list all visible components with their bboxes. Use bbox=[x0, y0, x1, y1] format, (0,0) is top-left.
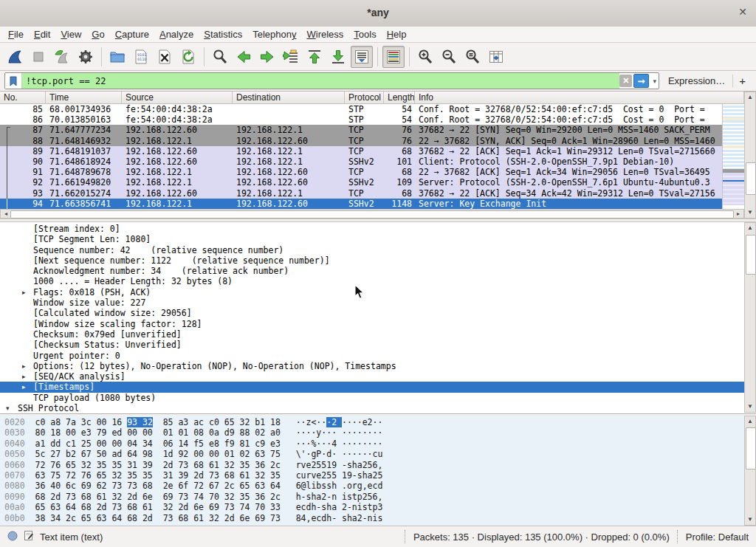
menu-go[interactable]: Go bbox=[86, 29, 109, 40]
go-to-bottom-button[interactable] bbox=[327, 46, 349, 68]
expander-closed-icon[interactable]: ▸ bbox=[22, 382, 26, 392]
display-filter-input[interactable]: !tcp.port == 22 ✕ ➞ ▾ bbox=[4, 72, 659, 89]
capture-comment-icon[interactable] bbox=[24, 530, 34, 543]
resize-columns-button[interactable] bbox=[485, 46, 507, 68]
filter-history-caret-icon[interactable]: ▾ bbox=[650, 78, 659, 85]
hex-row-00b0[interactable]: 00b0 38 34 2c 65 63 64 68 2d 73 68 61 32… bbox=[0, 513, 744, 523]
menu-wireless[interactable]: Wireless bbox=[302, 29, 349, 40]
detail-line[interactable]: Acknowledgment number: 34 (relative ack … bbox=[0, 266, 744, 276]
packet-row-86[interactable]: 8670.013850163fe:54:00:d4:38:2aSTP54Conf… bbox=[0, 114, 722, 125]
expander-closed-icon[interactable]: ▸ bbox=[22, 361, 26, 371]
add-filter-button[interactable]: + bbox=[732, 75, 752, 87]
apply-filter-icon[interactable]: ➞ bbox=[633, 74, 649, 88]
reload-file-button[interactable] bbox=[177, 46, 199, 68]
expression-button[interactable]: Expression… bbox=[659, 75, 732, 86]
detail-line[interactable]: Window size value: 227 bbox=[0, 297, 744, 308]
detail-line[interactable]: [Checksum Status: Unverified] bbox=[0, 340, 744, 350]
clear-filter-icon[interactable]: ✕ bbox=[619, 75, 632, 87]
hex-row-0080[interactable]: 0080 36 40 6c 69 62 73 73 68 2e 6f 72 67… bbox=[0, 481, 744, 491]
hex-row-0090[interactable]: 0090 68 2d 73 68 61 32 2d 6e 69 73 74 70… bbox=[0, 492, 744, 502]
expander-closed-icon[interactable]: ▸ bbox=[22, 371, 26, 382]
hex-row-0040[interactable]: 0040 a1 dd c1 25 00 00 04 34 06 14 f5 e8… bbox=[0, 438, 744, 449]
stop-capture-button[interactable] bbox=[27, 46, 49, 68]
filter-value-area[interactable]: !tcp.port == 22 bbox=[22, 73, 619, 89]
menu-capture[interactable]: Capture bbox=[110, 29, 154, 40]
packet-row-89[interactable]: 8971.648191037192.168.122.60192.168.122.… bbox=[0, 146, 722, 156]
zoom-out-button[interactable] bbox=[438, 46, 460, 68]
column-header-protocol[interactable]: Protocol bbox=[345, 92, 384, 104]
detail-line[interactable]: [Window size scaling factor: 128] bbox=[0, 319, 744, 329]
save-file-button[interactable]: 01010110 bbox=[130, 46, 152, 68]
go-forward-button[interactable] bbox=[256, 46, 278, 68]
details-vscroll-thumb[interactable] bbox=[746, 235, 756, 275]
close-window-icon[interactable]: ✕ bbox=[738, 6, 747, 18]
packet-list-vscroll-thumb[interactable] bbox=[746, 162, 756, 195]
zoom-original-button[interactable] bbox=[461, 46, 484, 68]
detail-line[interactable]: Sequence number: 42 (relative sequence n… bbox=[0, 245, 744, 255]
column-header-length[interactable]: Length bbox=[384, 92, 415, 104]
filter-bookmark-icon[interactable] bbox=[5, 73, 22, 89]
column-header-source[interactable]: Source bbox=[122, 92, 233, 104]
packet-list-hscroll-thumb[interactable] bbox=[10, 210, 734, 219]
column-header-time[interactable]: Time bbox=[46, 92, 122, 104]
detail-line[interactable]: ▾SSH Protocol bbox=[0, 403, 744, 413]
bytes-vscroll-thumb[interactable] bbox=[746, 427, 756, 469]
bytes-vscrollbar[interactable]: ▲ ▼ bbox=[744, 416, 756, 526]
detail-line[interactable]: ▸[SEQ/ACK analysis] bbox=[0, 371, 744, 382]
close-file-button[interactable] bbox=[154, 46, 176, 68]
detail-line[interactable]: TCP payload (1080 bytes) bbox=[0, 393, 744, 403]
menu-telephony[interactable]: Telephony bbox=[247, 29, 301, 40]
menu-file[interactable]: File bbox=[3, 29, 29, 40]
packet-list-header[interactable]: No.TimeSourceDestinationProtocolLengthIn… bbox=[0, 92, 744, 104]
detail-line[interactable]: Urgent pointer: 0 bbox=[0, 351, 744, 361]
detail-line[interactable]: ▸Options: (12 bytes), No-Operation (NOP)… bbox=[0, 361, 744, 371]
details-vscrollbar[interactable]: ▲ ▼ bbox=[744, 222, 756, 413]
packet-row-94[interactable]: 9471.663856741192.168.122.1192.168.122.6… bbox=[0, 199, 722, 209]
column-header-no[interactable]: No. bbox=[0, 92, 46, 104]
packet-row-87[interactable]: 8771.647777234192.168.122.60192.168.122.… bbox=[0, 125, 722, 135]
column-header-destination[interactable]: Destination bbox=[233, 92, 345, 104]
detail-line[interactable]: ▸Flags: 0x018 (PSH, ACK) bbox=[0, 287, 744, 297]
hex-row-0060[interactable]: 0060 72 76 65 32 35 35 31 39 2d 73 68 61… bbox=[0, 460, 744, 470]
restart-capture-button[interactable] bbox=[51, 46, 73, 68]
column-header-info[interactable]: Info bbox=[415, 92, 744, 104]
expander-open-icon[interactable]: ▾ bbox=[6, 403, 10, 413]
go-to-top-button[interactable] bbox=[303, 46, 326, 68]
detail-line[interactable]: Checksum: 0x79ed [unverified] bbox=[0, 329, 744, 340]
menu-edit[interactable]: Edit bbox=[29, 29, 55, 40]
packet-row-93[interactable]: 9371.662015274192.168.122.60192.168.122.… bbox=[0, 188, 722, 199]
hex-row-0050[interactable]: 0050 5c 27 b2 67 50 ad 64 98 1d 92 00 00… bbox=[0, 449, 744, 459]
expert-info-icon[interactable] bbox=[7, 531, 18, 543]
packet-row-88[interactable]: 8871.648146932192.168.122.1192.168.122.6… bbox=[0, 136, 722, 146]
hex-row-0020[interactable]: 0020 c0 a8 7a 3c 00 16 93 32 85 a3 ac c0… bbox=[0, 417, 744, 427]
detail-line[interactable]: ▸[Timestamps] bbox=[0, 382, 744, 392]
packet-row-92[interactable]: 9271.661949820192.168.122.1192.168.122.6… bbox=[0, 177, 722, 188]
detail-line[interactable]: 1000 .... = Header Length: 32 bytes (8) bbox=[0, 276, 744, 286]
packet-row-85[interactable]: 8568.001734936fe:54:00:d4:38:2aSTP54Conf… bbox=[0, 104, 722, 114]
auto-scroll-button[interactable] bbox=[351, 46, 373, 68]
packet-list-vscrollbar[interactable]: ▲ ▼ bbox=[744, 92, 756, 219]
go-to-packet-button[interactable] bbox=[280, 46, 302, 68]
packet-row-90[interactable]: 9071.648618924192.168.122.60192.168.122.… bbox=[0, 156, 722, 167]
packet-row-91[interactable]: 9171.648789678192.168.122.1192.168.122.6… bbox=[0, 167, 722, 177]
capture-options-button[interactable] bbox=[75, 46, 97, 68]
menu-analyze[interactable]: Analyze bbox=[154, 29, 199, 40]
packet-list-minimap[interactable] bbox=[722, 104, 744, 209]
zoom-in-button[interactable] bbox=[414, 46, 436, 68]
start-capture-button[interactable] bbox=[4, 46, 26, 68]
expander-closed-icon[interactable]: ▸ bbox=[22, 287, 26, 297]
go-back-button[interactable] bbox=[233, 46, 255, 68]
open-file-button[interactable] bbox=[106, 46, 128, 68]
hex-row-0030[interactable]: 0030 80 18 00 e3 79 ed 00 00 01 01 08 0a… bbox=[0, 427, 744, 438]
detail-line[interactable]: [TCP Segment Len: 1080] bbox=[0, 234, 744, 244]
menu-statistics[interactable]: Statistics bbox=[199, 29, 247, 40]
detail-line[interactable]: [Calculated window size: 29056] bbox=[0, 308, 744, 318]
menu-view[interactable]: View bbox=[55, 29, 86, 40]
colorize-packets-button[interactable] bbox=[382, 46, 405, 68]
menu-help[interactable]: Help bbox=[382, 29, 412, 40]
detail-line[interactable]: [Next sequence number: 1122 (relative se… bbox=[0, 255, 744, 266]
packet-list-hscrollbar[interactable]: ◂ ▸ bbox=[0, 209, 744, 219]
hex-row-00a0[interactable]: 00a0 65 63 64 68 2d 73 68 61 32 2d 6e 69… bbox=[0, 502, 744, 512]
find-packet-button[interactable] bbox=[209, 46, 231, 68]
menu-tools[interactable]: Tools bbox=[348, 29, 381, 40]
